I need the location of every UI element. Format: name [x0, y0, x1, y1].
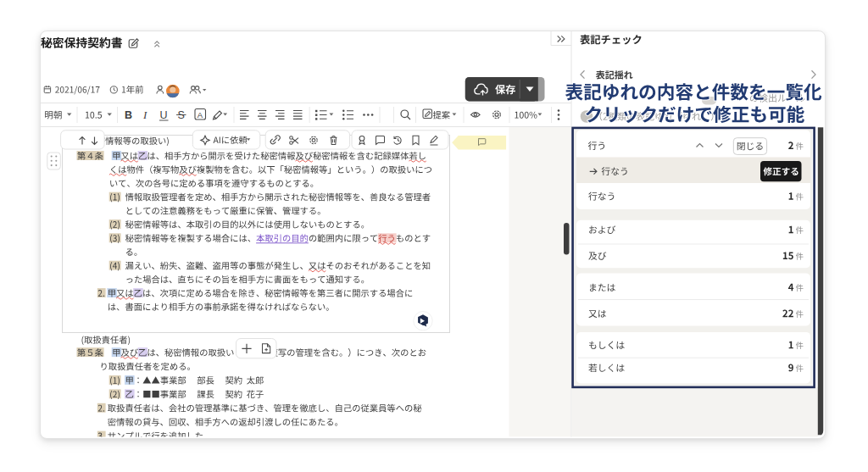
svg-text:B: B — [125, 109, 132, 121]
svg-text:I: I — [142, 108, 147, 121]
svg-text:A: A — [198, 110, 203, 119]
svg-text:S: S — [178, 109, 185, 121]
svg-text:U: U — [160, 109, 168, 121]
